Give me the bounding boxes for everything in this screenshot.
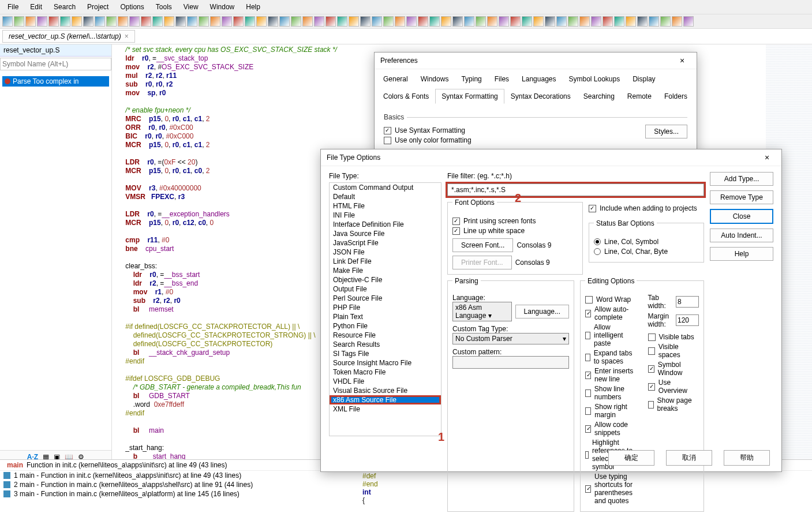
toolbar-icon[interactable]	[210, 16, 220, 27]
toolbar-icon[interactable]	[579, 16, 590, 27]
filetype-item[interactable]: HTML File	[330, 201, 441, 211]
close-button[interactable]: Close	[710, 209, 773, 224]
custom-tag-select[interactable]: No Custom Parser ▾	[452, 333, 569, 344]
editopt-checkbox[interactable]	[648, 401, 654, 409]
toolbar-icon[interactable]	[487, 16, 497, 27]
filetype-item[interactable]: Visual Basic Source File	[330, 386, 441, 395]
toolbar-icon[interactable]	[152, 16, 163, 27]
toolbar-icon[interactable]	[95, 16, 105, 27]
menu-project[interactable]: Project	[82, 1, 114, 13]
prefs-tab-languages[interactable]: Languages	[515, 72, 562, 87]
remove-type-button[interactable]: Remove Type	[710, 190, 773, 204]
auto-indent--button[interactable]: Auto Indent...	[710, 228, 773, 242]
tabwidth-input[interactable]	[676, 296, 699, 308]
filetype-item[interactable]: XML File	[330, 404, 441, 414]
toolbar-icon[interactable]	[83, 16, 93, 27]
lineup-checkbox[interactable]	[452, 227, 460, 235]
toolbar-icon[interactable]	[349, 16, 359, 27]
toolbar-icon[interactable]	[302, 16, 313, 27]
menu-help[interactable]: Help	[241, 1, 265, 13]
prefs-tab-general[interactable]: General	[377, 72, 414, 87]
menu-search[interactable]: Search	[48, 1, 81, 13]
margin-input[interactable]	[676, 314, 699, 326]
prefs-tab-folders[interactable]: Folders	[658, 89, 694, 104]
color-only-checkbox[interactable]	[384, 137, 391, 144]
editopt-checkbox[interactable]	[585, 332, 590, 339]
filetype-item[interactable]: Token Macro File	[330, 368, 441, 377]
toolbar-icon[interactable]	[233, 16, 244, 27]
toolbar-icon[interactable]	[2, 16, 13, 27]
toolbar-icon[interactable]	[672, 16, 682, 27]
toolbar-icon[interactable]	[383, 16, 394, 27]
active-document-tab[interactable]: reset_vector_up.S (kernel\...\startup) ×	[2, 30, 135, 43]
toolbar-icon[interactable]	[175, 16, 186, 27]
editopt-checkbox[interactable]	[585, 354, 590, 361]
filetype-item[interactable]: Custom Command Output	[330, 183, 441, 192]
parse-error-item[interactable]: Parse Too complex in	[2, 76, 109, 87]
toolbar-icon[interactable]	[476, 16, 486, 27]
toolbar-icon[interactable]	[429, 16, 440, 27]
toolbar-icon[interactable]	[314, 16, 324, 27]
toolbar-icon[interactable]	[568, 16, 578, 27]
prefs-tab-symbol-lookups[interactable]: Symbol Lookups	[562, 72, 626, 87]
filetype-item[interactable]: Interface Definition File	[330, 220, 441, 229]
ftopt-close-icon[interactable]: ×	[758, 153, 776, 162]
styles-button[interactable]: Styles...	[645, 125, 687, 138]
screen-font-button[interactable]: Screen Font...	[452, 238, 513, 252]
prefs-tab-syntax-decorations[interactable]: Syntax Decorations	[504, 89, 577, 104]
toolbar-icon[interactable]	[118, 16, 128, 27]
toolbar-icon[interactable]	[614, 16, 624, 27]
filetype-item[interactable]: VHDL File	[330, 377, 441, 386]
editopt-checkbox[interactable]	[585, 407, 591, 415]
custom-pattern-input[interactable]	[452, 356, 569, 369]
filetype-item[interactable]: Plain Text	[330, 312, 441, 321]
prefs-tab-remote[interactable]: Remote	[621, 89, 658, 104]
toolbar-icon[interactable]	[60, 16, 70, 27]
toolbar-icon[interactable]	[660, 16, 671, 27]
editopt-checkbox[interactable]	[585, 485, 591, 493]
toolbar-icon[interactable]	[48, 16, 59, 27]
help-footer-button[interactable]: 帮助	[724, 450, 770, 466]
editopt-checkbox[interactable]	[648, 383, 655, 391]
toolbar-icon[interactable]	[533, 16, 544, 27]
menu-edit[interactable]: Edit	[25, 1, 47, 13]
filetype-item[interactable]: Perl Source File	[330, 294, 441, 303]
toolbar-icon[interactable]	[256, 16, 267, 27]
filetype-item[interactable]: Make File	[330, 266, 441, 275]
toolbar-icon[interactable]	[649, 16, 659, 27]
cancel-button[interactable]: 取消	[666, 450, 712, 466]
toolbar-icon[interactable]	[406, 16, 417, 27]
toolbar-icon[interactable]	[37, 16, 47, 27]
preferences-close-icon[interactable]: ×	[673, 56, 691, 65]
toolbar-icon[interactable]	[510, 16, 521, 27]
menu-options[interactable]: Options	[115, 1, 149, 13]
filetype-item[interactable]: SI Tags File	[330, 349, 441, 358]
toolbar-icon[interactable]	[591, 16, 601, 27]
menu-tools[interactable]: Tools	[151, 1, 177, 13]
filetype-item[interactable]: Link Def File	[330, 257, 441, 266]
status-radio-2[interactable]	[594, 248, 601, 255]
toolbar-icon[interactable]	[418, 16, 428, 27]
toolbar-icon[interactable]	[626, 16, 636, 27]
include-checkbox[interactable]	[589, 205, 596, 212]
toolbar-icon[interactable]	[291, 16, 301, 27]
editopt-checkbox[interactable]	[585, 296, 593, 304]
filetype-item[interactable]: Search Results	[330, 340, 441, 349]
toolbar-icon[interactable]	[72, 16, 82, 27]
toolbar-icon[interactable]	[199, 16, 209, 27]
symbol-filter-input[interactable]	[0, 58, 111, 70]
add-type--button[interactable]: Add Type...	[710, 172, 773, 186]
editopt-checkbox[interactable]	[585, 425, 591, 433]
toolbar-icon[interactable]	[499, 16, 509, 27]
filetype-item[interactable]: Java Source File	[330, 229, 441, 238]
editopt-checkbox[interactable]	[585, 372, 591, 379]
filetype-item[interactable]: INI File	[330, 211, 441, 220]
toolbar-icon[interactable]	[106, 16, 117, 27]
filefilter-input[interactable]	[447, 183, 704, 196]
use-syntax-checkbox[interactable]	[384, 127, 391, 134]
filetype-item[interactable]: JavaScript File	[330, 238, 441, 248]
prefs-tab-syntax-formatting[interactable]: Syntax Formatting	[435, 89, 504, 104]
prefs-tab-typing[interactable]: Typing	[455, 72, 488, 87]
toolbar-icon[interactable]	[522, 16, 532, 27]
editopt-checkbox[interactable]	[648, 365, 654, 373]
